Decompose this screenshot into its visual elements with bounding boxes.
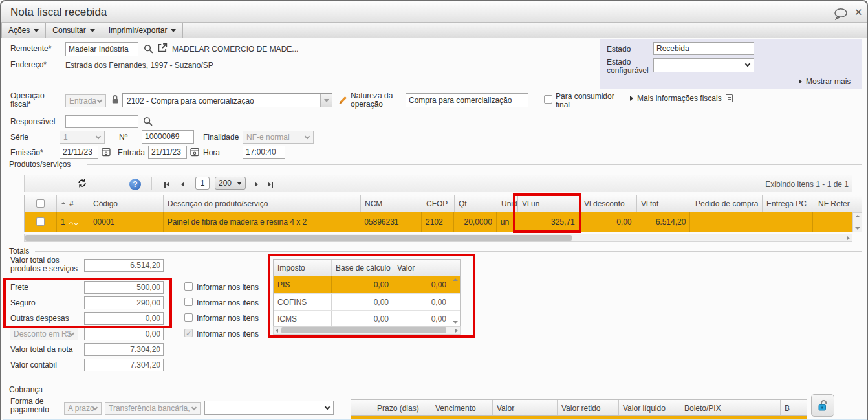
col-header-valor-liquido[interactable]: Valor líquido: [619, 400, 680, 415]
col-header-valor[interactable]: Valor: [493, 400, 558, 415]
detalhe-pagamento-select[interactable]: [204, 401, 334, 415]
refresh-button[interactable]: [72, 176, 92, 190]
scroll-down-icon[interactable]: [453, 321, 458, 324]
col-header-prazo-dias[interactable]: Prazo (dias): [373, 400, 431, 415]
calendar-icon[interactable]: [190, 147, 199, 157]
col-header-nf-refer[interactable]: NF Refer: [814, 195, 853, 212]
imposto-row-icms[interactable]: ICMS 0,00 0,00: [274, 310, 460, 326]
col-header-vl-tot[interactable]: Vl tot: [637, 195, 691, 212]
scroll-down-icon[interactable]: [855, 227, 860, 230]
valor-total-nota-input[interactable]: 7.304,20: [84, 343, 164, 356]
col-header-num[interactable]: #: [57, 195, 89, 212]
consumidor-final-checkbox[interactable]: [544, 95, 552, 104]
col-header-unid[interactable]: Unid: [497, 195, 518, 212]
last-page-icon: [268, 182, 271, 187]
outras-despesas-label: Outras despesas: [10, 315, 69, 323]
mais-informacoes-fiscais-link[interactable]: Mais informações fiscais: [630, 94, 733, 103]
desconto-select: Desconto em R$: [10, 327, 78, 340]
numero-input[interactable]: 10000069: [142, 130, 194, 144]
row-checkbox[interactable]: [36, 217, 45, 226]
imposto-col-header[interactable]: Imposto: [274, 260, 332, 276]
col-header-vencimento[interactable]: Vencimento: [431, 400, 493, 415]
comment-bubble-icon[interactable]: [833, 8, 849, 20]
imposto-row-cofins[interactable]: COFINS 0,00 0,00: [274, 293, 460, 310]
frete-input[interactable]: 500,00: [84, 281, 164, 294]
col-header-descricao[interactable]: Descrição do produto/serviço: [164, 195, 361, 212]
valor-col-header[interactable]: Valor: [393, 260, 450, 276]
move-down-icon[interactable]: [74, 221, 78, 225]
col-header-cfop[interactable]: CFOP: [422, 195, 455, 212]
scrollbar-thumb[interactable]: [25, 235, 572, 241]
grid-horizontal-scrollbar[interactable]: [24, 234, 852, 242]
prazo-select: A prazo: [64, 402, 102, 415]
valor-contabil-input[interactable]: 7.304,20: [84, 359, 164, 371]
page-number-input[interactable]: 1: [195, 177, 210, 190]
scroll-right-icon[interactable]: [455, 329, 458, 333]
row-entrega-cell: [761, 212, 813, 232]
prev-page-button[interactable]: [179, 177, 186, 192]
impostos-horizontal-scrollbar[interactable]: [273, 326, 461, 335]
impostos-vertical-scrollbar[interactable]: [450, 276, 460, 326]
scroll-up-icon[interactable]: [453, 278, 458, 281]
page-size-select[interactable]: 200: [215, 177, 246, 190]
scroll-left-icon[interactable]: [276, 329, 278, 333]
combo-dropdown-button[interactable]: [320, 94, 332, 107]
remetente-input[interactable]: Madelar Indústria: [65, 42, 138, 56]
scroll-up-icon[interactable]: [855, 215, 860, 217]
cobranca-col-empty: [351, 400, 373, 415]
entrada-input[interactable]: 21/11/23: [148, 146, 187, 159]
table-row[interactable]: 1 00001 Painel de fibra de madeira e res…: [24, 212, 852, 232]
estado-input[interactable]: Recebida: [653, 42, 754, 55]
seguro-informar-label: Informar nos itens: [197, 299, 259, 307]
first-page-button[interactable]: [162, 177, 172, 192]
scroll-right-icon[interactable]: [847, 236, 850, 240]
note-icon: [726, 94, 733, 102]
col-header-ncm[interactable]: NCM: [361, 195, 422, 212]
outras-informar-checkbox[interactable]: [184, 313, 193, 322]
col-header-qt[interactable]: Qt: [455, 195, 497, 212]
valor-produtos-input[interactable]: 6.514,20: [84, 259, 164, 272]
select-all-header[interactable]: [25, 195, 57, 212]
col-header-entrega-pc[interactable]: Entrega PC: [763, 195, 814, 212]
lock-toggle-button[interactable]: [811, 394, 834, 417]
menu-imprimir-exportar[interactable]: Imprimir/exportar: [102, 23, 184, 38]
operacao-fiscal-combobox[interactable]: 2102 - Compra para comercialização: [122, 93, 332, 107]
hora-input[interactable]: 17:00:40: [243, 146, 285, 159]
estado-configuravel-select[interactable]: [653, 58, 754, 72]
select-all-checkbox[interactable]: [36, 199, 45, 208]
seguro-input[interactable]: 290,00: [84, 296, 164, 309]
move-up-icon[interactable]: [69, 221, 73, 226]
col-header-vl-desconto[interactable]: Vl desconto: [580, 195, 637, 212]
responsavel-input[interactable]: [65, 115, 138, 128]
search-icon[interactable]: [143, 116, 153, 126]
emissao-input[interactable]: 21/11/23: [60, 146, 98, 159]
base-calculo-col-header[interactable]: Base de cálculo: [332, 260, 393, 276]
outras-despesas-input[interactable]: 0,00: [84, 312, 164, 325]
valor-contabil-label: Valor contábil: [10, 361, 57, 370]
frete-informar-checkbox[interactable]: [184, 282, 193, 291]
col-header-codigo[interactable]: Código: [89, 195, 164, 212]
last-page-button[interactable]: [265, 177, 276, 192]
seguro-informar-checkbox[interactable]: [184, 298, 193, 306]
menu-consultar[interactable]: Consultar: [46, 23, 102, 38]
col-header-valor-retido[interactable]: Valor retido: [558, 400, 619, 415]
col-header-pedido-compra[interactable]: Pedido de compra: [691, 195, 763, 212]
close-icon[interactable]: ✕: [854, 6, 863, 18]
external-link-icon[interactable]: [157, 43, 168, 53]
imposto-row-pis[interactable]: PIS 0,00 0,00: [274, 276, 460, 293]
pencil-edit-icon[interactable]: [338, 95, 348, 105]
col-header-boleto-pix[interactable]: Boleto/PIX: [680, 400, 781, 415]
natureza-operacao-input[interactable]: Compra para comercialização: [406, 93, 528, 107]
col-header-vl-un[interactable]: Vl un: [518, 195, 580, 212]
help-button[interactable]: ?: [128, 177, 142, 192]
mostrar-mais-link[interactable]: Mostrar mais: [799, 77, 851, 86]
calendar-icon[interactable]: [102, 147, 111, 157]
menu-acoes[interactable]: Ações: [1, 23, 46, 38]
desconto-input[interactable]: 0,00: [84, 327, 164, 340]
remetente-company-name[interactable]: MADELAR COMERCIO DE MADE...: [172, 45, 298, 54]
scrollbar-thumb[interactable]: [281, 327, 446, 333]
grid-vertical-scrollbar[interactable]: [852, 212, 862, 232]
col-header-b-cut[interactable]: B: [781, 400, 807, 415]
search-icon[interactable]: [144, 44, 153, 54]
next-page-button[interactable]: [252, 177, 260, 192]
